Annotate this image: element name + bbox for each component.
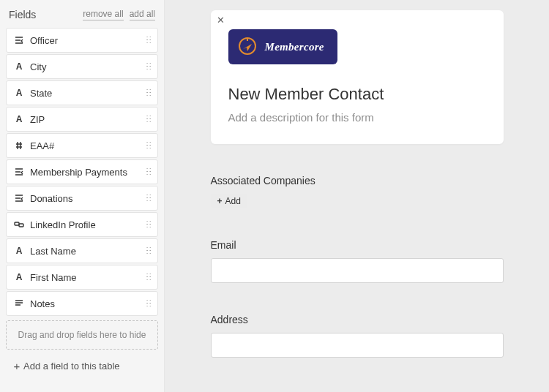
section-associated-companies: Associated Companies + Add [211, 175, 504, 208]
field-row[interactable]: AZIP∷∷ [6, 107, 158, 132]
fields-sidebar: Fields remove all add all Officer∷∷ACity… [0, 0, 165, 392]
field-label: Notes [26, 298, 146, 309]
svg-text:A: A [16, 272, 23, 282]
field-label: State [26, 88, 146, 99]
drag-handle-icon[interactable]: ∷∷ [146, 37, 152, 43]
svg-rect-4 [19, 224, 23, 227]
field-row[interactable]: AFirst Name∷∷ [6, 265, 158, 290]
plus-icon: + [217, 196, 223, 206]
field-row[interactable]: ALast Name∷∷ [6, 238, 158, 263]
section-address: Address [211, 314, 504, 358]
brand-badge[interactable]: Membercore [228, 29, 337, 64]
remove-all-link[interactable]: remove all [83, 9, 123, 20]
field-row[interactable]: AState∷∷ [6, 80, 158, 105]
email-input[interactable] [211, 258, 504, 283]
drag-handle-icon[interactable]: ∷∷ [146, 64, 152, 69]
drag-handle-icon[interactable]: ∷∷ [146, 274, 152, 280]
field-label: EAA# [26, 140, 146, 151]
svg-text:A: A [16, 246, 23, 256]
svg-text:A: A [16, 88, 23, 98]
drag-handle-icon[interactable]: ∷∷ [146, 116, 152, 122]
svg-text:A: A [16, 61, 23, 72]
field-label: Donations [26, 193, 146, 204]
field-row[interactable]: EAA#∷∷ [6, 133, 158, 158]
field-label: ZIP [26, 114, 146, 125]
field-label: Membership Payments [26, 167, 146, 178]
text-field-icon: A [12, 246, 26, 256]
text-field-icon: A [12, 61, 26, 72]
plus-icon: + [10, 360, 23, 372]
drag-handle-icon[interactable]: ∷∷ [146, 169, 152, 175]
text-field-icon: A [12, 114, 26, 124]
brand-logo-icon [237, 37, 258, 57]
add-company-button[interactable]: + Add [211, 194, 247, 208]
dropzone-label: Drag and drop fields here to hide [18, 330, 146, 340]
form-title[interactable]: New Member Contact [228, 85, 486, 104]
link-field-icon [12, 219, 26, 230]
number-field-icon [12, 140, 26, 151]
drag-handle-icon[interactable]: ∷∷ [146, 195, 152, 201]
form-canvas: ✕ Membercore New Member Contact Add a de… [165, 0, 549, 392]
field-label: Last Name [26, 246, 146, 257]
text-field-icon: A [12, 88, 26, 98]
field-label: First Name [26, 272, 146, 283]
text-field-icon: A [12, 272, 26, 282]
companies-label: Associated Companies [211, 175, 504, 186]
field-row[interactable]: ACity∷∷ [6, 54, 158, 79]
add-field-label: Add a field to this table [23, 361, 120, 372]
address-input[interactable] [211, 333, 504, 358]
drag-handle-icon[interactable]: ∷∷ [146, 222, 152, 227]
add-company-label: Add [225, 196, 241, 206]
address-label: Address [211, 314, 504, 325]
field-row[interactable]: Membership Payments∷∷ [6, 159, 158, 184]
drag-handle-icon[interactable]: ∷∷ [146, 90, 152, 96]
sidebar-header: Fields remove all add all [6, 6, 158, 28]
select-field-icon [12, 193, 26, 203]
select-field-icon [12, 35, 26, 45]
field-row[interactable]: Officer∷∷ [6, 28, 158, 53]
add-field-button[interactable]: + Add a field to this table [6, 350, 158, 377]
long-text-field-icon [12, 298, 26, 309]
close-icon[interactable]: ✕ [217, 15, 225, 26]
field-label: City [26, 61, 146, 72]
select-field-icon [12, 167, 26, 177]
email-label: Email [211, 239, 504, 251]
field-list: Officer∷∷ACity∷∷AState∷∷AZIP∷∷EAA#∷∷Memb… [6, 28, 158, 316]
drag-handle-icon[interactable]: ∷∷ [146, 301, 152, 306]
svg-text:A: A [16, 114, 23, 124]
brand-name: Membercore [265, 41, 324, 53]
field-row[interactable]: Notes∷∷ [6, 291, 158, 316]
form-header-card: ✕ Membercore New Member Contact Add a de… [211, 10, 504, 144]
add-all-link[interactable]: add all [130, 9, 155, 20]
drag-handle-icon[interactable]: ∷∷ [146, 143, 152, 148]
field-row[interactable]: LinkedIn Profile∷∷ [6, 212, 158, 237]
hide-fields-dropzone[interactable]: Drag and drop fields here to hide [6, 320, 158, 350]
form-description[interactable]: Add a description for this form [228, 111, 486, 124]
section-email: Email [211, 239, 504, 283]
field-label: Officer [26, 35, 146, 46]
sidebar-title: Fields [9, 9, 77, 20]
field-row[interactable]: Donations∷∷ [6, 186, 158, 211]
field-label: LinkedIn Profile [26, 219, 146, 230]
svg-rect-3 [15, 222, 19, 225]
drag-handle-icon[interactable]: ∷∷ [146, 248, 152, 254]
